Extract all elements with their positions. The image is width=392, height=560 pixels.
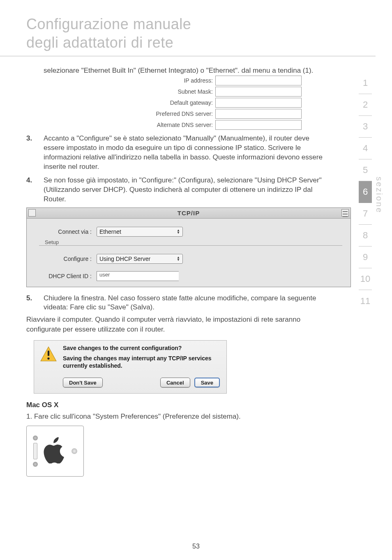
section-label: sezione <box>374 72 384 214</box>
subnet-mask-input[interactable] <box>215 87 302 97</box>
dhcp-client-id-input[interactable]: user <box>97 271 179 281</box>
page-title: Configurazione manuale degli adattatori … <box>26 15 376 52</box>
dont-save-button[interactable]: Don't Save <box>63 378 103 387</box>
tcpip-titlebar: TCP/IP <box>27 208 350 219</box>
connect-via-select[interactable]: Ethernet ▲▼ <box>97 227 183 237</box>
tcpip-title-text: TCP/IP <box>37 210 340 217</box>
cancel-button[interactable]: Cancel <box>160 378 190 387</box>
section-nav-item-4[interactable]: 4 <box>359 138 372 159</box>
connect-via-label: Connect via : <box>43 228 97 235</box>
step-3-number: 3. <box>26 134 36 172</box>
section-nav-item-5[interactable]: 5 <box>359 159 372 181</box>
alternate-dns-input[interactable] <box>215 120 302 130</box>
section-nav-item-9[interactable]: 9 <box>359 247 372 268</box>
step-4-number: 4. <box>26 176 36 204</box>
section-nav-item-10[interactable]: 10 <box>359 268 372 290</box>
subnet-mask-label: Subnet Mask: <box>150 88 215 95</box>
configure-select[interactable]: Using DHCP Server ▲▼ <box>97 254 183 264</box>
step-5-number: 5. <box>26 294 36 313</box>
select-arrows-icon: ▲▼ <box>177 229 180 234</box>
macosx-heading: Mac OS X <box>26 401 331 409</box>
svg-point-2 <box>47 357 49 360</box>
configure-label: Configure : <box>43 256 97 262</box>
macosx-step-1: 1. Fare clic sull'icona "System Preferen… <box>26 412 331 422</box>
section-nav-item-3[interactable]: 3 <box>359 116 372 138</box>
title-line-2: degli adattatori di rete <box>26 34 173 51</box>
dialog-title: Save changes to the current configuratio… <box>63 345 220 351</box>
configure-value: Using DHCP Server <box>99 256 150 262</box>
step-4-text: Se non fosse già impostato, in "Configur… <box>36 176 331 204</box>
connect-via-value: Ethernet <box>99 228 121 235</box>
page-number: 53 <box>0 543 392 550</box>
restart-paragraph: Riavviare il computer. Quando il compute… <box>26 315 331 334</box>
dot-icon <box>71 448 77 454</box>
save-dialog: Save changes to the current configuratio… <box>34 340 227 394</box>
window-collapse-icon[interactable] <box>341 209 349 217</box>
warning-icon <box>40 346 57 363</box>
dhcp-client-id-label: DHCP Client ID : <box>43 273 97 279</box>
dot-icon <box>33 462 38 467</box>
title-line-1: Configurazione manuale <box>26 16 191 32</box>
main-content: selezionare "Ethernet Built In" (Etherne… <box>0 66 357 477</box>
section-nav-item-1[interactable]: 1 <box>359 72 372 94</box>
alternate-dns-label: Alternate DNS server: <box>150 122 215 128</box>
ip-address-input[interactable] <box>215 76 302 85</box>
default-gateway-input[interactable] <box>215 98 302 108</box>
system-preferences-screenshot <box>26 426 84 477</box>
save-button[interactable]: Save <box>194 378 220 387</box>
preferred-dns-label: Preferred DNS server: <box>150 111 215 117</box>
tcpip-window: TCP/IP Connect via : Ethernet ▲▼ Setup C… <box>26 207 351 287</box>
page-header: Configurazione manuale degli adattatori … <box>0 0 376 56</box>
bar-icon <box>33 443 37 459</box>
step-5-text: Chiudere la finestra. Nel caso fossero s… <box>36 294 331 313</box>
setup-group-label: Setup <box>45 239 342 245</box>
default-gateway-label: Default gateway: <box>150 99 215 106</box>
step-5: 5. Chiudere la finestra. Nel caso fosser… <box>26 294 331 313</box>
ip-config-fields: IP address: Subnet Mask: Default gateway… <box>26 76 331 130</box>
dialog-message: Saving the changes may interrupt any TCP… <box>63 355 220 369</box>
ip-address-label: IP address: <box>150 77 215 84</box>
tcpip-body: Connect via : Ethernet ▲▼ Setup Configur… <box>27 219 350 287</box>
apple-logo-icon <box>43 437 66 465</box>
section-nav-item-8[interactable]: 8 <box>359 225 372 247</box>
svg-rect-1 <box>48 351 49 356</box>
step-4: 4. Se non fosse già impostato, in "Confi… <box>26 176 331 204</box>
preferred-dns-input[interactable] <box>215 109 302 119</box>
section-nav-item-11[interactable]: 11 <box>359 290 372 312</box>
section-nav-item-6[interactable]: 6 <box>359 181 372 203</box>
section-nav-item-7[interactable]: 7 <box>359 203 372 225</box>
section-nav-item-2[interactable]: 2 <box>359 94 372 116</box>
dot-icon <box>33 436 38 440</box>
step-3-text: Accanto a "Configure" se è stato selezio… <box>36 134 331 172</box>
window-close-icon[interactable] <box>28 209 36 217</box>
intro-paragraph: selezionare "Ethernet Built In" (Etherne… <box>26 66 331 76</box>
section-nav: 1234567891011 sezione <box>359 72 384 312</box>
select-arrows-icon: ▲▼ <box>177 256 180 261</box>
step-3: 3. Accanto a "Configure" se è stato sele… <box>26 134 331 172</box>
